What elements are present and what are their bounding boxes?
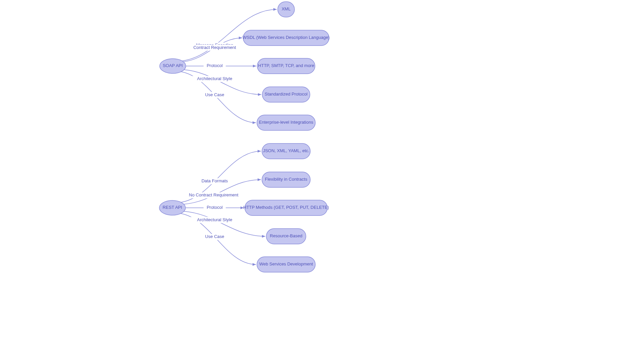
edge-label-rest-2: Protocol bbox=[207, 205, 223, 210]
svg-marker-9 bbox=[253, 263, 256, 266]
edge-soap-3 bbox=[184, 70, 261, 95]
target-label-soap-2: HTTP, SMTP, TCP, and more bbox=[258, 63, 314, 68]
edge-label-rest-4: Use Case bbox=[205, 234, 224, 239]
root-label-soap: SOAP API bbox=[163, 63, 183, 68]
edge-label-rest-0: Data Formats bbox=[202, 178, 228, 183]
edge-label-rest-1: No Contract Requirement bbox=[189, 192, 238, 197]
svg-marker-4 bbox=[253, 121, 256, 124]
api-comparison-diagram: Message EncodingContract RequirementProt… bbox=[0, 0, 644, 362]
target-label-rest-0: JSON, XML, YAML, etc. bbox=[263, 148, 309, 153]
target-label-rest-4: Web Services Development bbox=[259, 261, 313, 266]
edge-label-rest-3: Architectural Style bbox=[197, 217, 232, 222]
root-label-rest: REST API bbox=[163, 205, 182, 210]
target-label-rest-2: HTTP Methods (GET, POST, PUT, DELETE) bbox=[243, 205, 329, 210]
svg-marker-3 bbox=[258, 93, 261, 96]
target-label-soap-1: WSDL (Web Services Description Language) bbox=[243, 35, 329, 40]
svg-marker-5 bbox=[258, 150, 261, 153]
edge-label-soap-1: Contract Requirement bbox=[193, 45, 236, 50]
target-label-rest-1: Flexibility in Contracts bbox=[265, 177, 308, 182]
target-label-soap-0: XML bbox=[282, 6, 291, 11]
svg-marker-2 bbox=[253, 65, 256, 67]
edge-label-soap-3: Architectural Style bbox=[197, 76, 232, 81]
svg-marker-1 bbox=[239, 37, 242, 39]
target-label-soap-4: Enterprise-level Integrations bbox=[259, 120, 313, 125]
edge-label-soap-4: Use Case bbox=[205, 92, 224, 97]
target-label-soap-3: Standardized Protocol bbox=[265, 92, 308, 97]
target-label-rest-3: Resource-Based bbox=[270, 233, 303, 238]
edge-label-soap-2: Protocol bbox=[207, 63, 223, 68]
svg-marker-8 bbox=[262, 235, 265, 238]
svg-marker-0 bbox=[273, 8, 277, 11]
svg-marker-6 bbox=[258, 178, 261, 181]
